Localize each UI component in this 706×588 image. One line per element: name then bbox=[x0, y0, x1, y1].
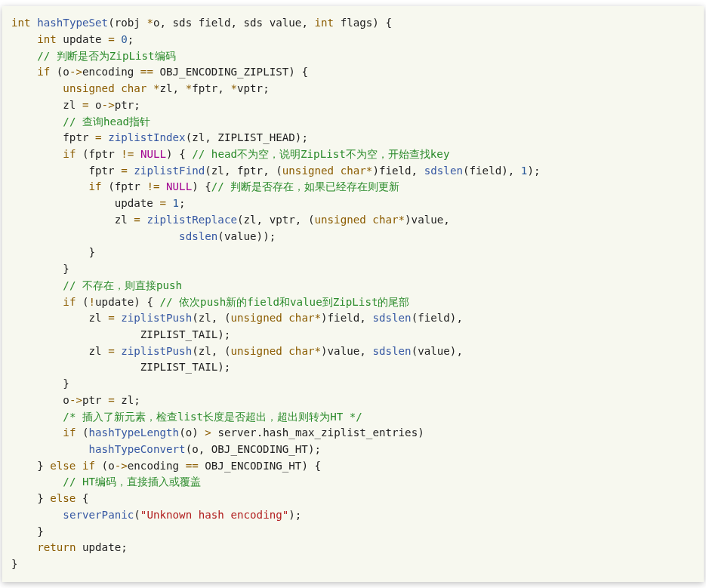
token-fn: ziplistIndex bbox=[108, 131, 186, 143]
token-op: = bbox=[134, 214, 140, 226]
token-fn: serverPanic bbox=[63, 509, 134, 521]
token-op: != bbox=[146, 180, 159, 192]
token-kw: unsigned char bbox=[230, 345, 314, 357]
token-op: = bbox=[108, 345, 115, 357]
token-op: * bbox=[314, 312, 321, 324]
token-op: * bbox=[146, 17, 153, 29]
token-kw: if bbox=[63, 148, 76, 160]
token-kw: else if bbox=[50, 460, 95, 472]
token-str: "Unknown hash encoding" bbox=[140, 509, 288, 521]
token-op: = bbox=[121, 165, 128, 177]
token-op: * bbox=[230, 82, 237, 94]
token-kw: int bbox=[11, 17, 37, 29]
token-kw: unsigned char bbox=[282, 165, 366, 177]
token-kw: if bbox=[89, 180, 102, 192]
token-op: * bbox=[153, 82, 160, 94]
code-content: int hashTypeSet(robj *o, sds field, sds … bbox=[11, 17, 540, 570]
token-fn: ziplistFind bbox=[134, 165, 205, 177]
token-op: = bbox=[108, 33, 115, 45]
token-kw: unsigned char bbox=[314, 214, 398, 226]
token-op: ! bbox=[89, 296, 96, 308]
token-fn: sdslen bbox=[424, 165, 463, 177]
token-op: * bbox=[186, 82, 193, 94]
token-op: > bbox=[205, 426, 211, 439]
token-op: = bbox=[108, 312, 115, 324]
token-op: * bbox=[399, 214, 405, 226]
token-cmt: /* 插入了新元素，检查list长度是否超出，超出则转为HT */ bbox=[63, 411, 362, 423]
token-kw: if bbox=[37, 66, 50, 78]
token-kw: if bbox=[63, 296, 76, 308]
token-fn: sdslen bbox=[179, 230, 217, 242]
token-fn: hashTypeSet bbox=[37, 17, 108, 29]
token-op: = bbox=[159, 197, 166, 209]
token-kw: int bbox=[37, 33, 57, 45]
token-cmt: // 不存在，则直接push bbox=[63, 279, 182, 291]
token-cmt: // 判断是否为ZipList编码 bbox=[37, 50, 175, 62]
token-num: 1 bbox=[521, 165, 528, 177]
token-op: == bbox=[140, 66, 153, 78]
token-cmt: // HT编码，直接插入或覆盖 bbox=[63, 476, 201, 488]
token-kw: if bbox=[63, 426, 76, 439]
code-block: int hashTypeSet(robj *o, sds field, sds … bbox=[2, 6, 704, 581]
token-nul: NULL bbox=[166, 180, 192, 192]
token-mac: OBJ_ENCODING_ZIPLIST bbox=[160, 66, 289, 78]
token-kw: else bbox=[50, 492, 76, 504]
token-kw: unsigned char bbox=[63, 82, 153, 94]
token-op: != bbox=[121, 148, 134, 160]
token-kw: return bbox=[37, 541, 76, 553]
token-op: -> bbox=[69, 394, 82, 406]
token-cmt: // head不为空，说明ZipList不为空，开始查找key bbox=[192, 148, 449, 160]
token-fn: ziplistPush bbox=[121, 345, 192, 357]
token-fn: hashTypeLength bbox=[89, 426, 180, 439]
token-fn: ziplistReplace bbox=[146, 214, 237, 226]
token-op: -> bbox=[115, 460, 128, 472]
token-cmt: // 查询head指针 bbox=[63, 115, 150, 128]
token-kw: unsigned char bbox=[230, 312, 314, 324]
token-op: -> bbox=[69, 66, 82, 78]
token-fn: hashTypeConvert bbox=[89, 443, 186, 455]
token-fn: ziplistPush bbox=[121, 312, 192, 324]
token-mac: OBJ_ENCODING_HT bbox=[205, 460, 301, 472]
token-num: 0 bbox=[121, 33, 128, 45]
token-fn: sdslen bbox=[372, 312, 411, 324]
token-cmt: // 判断是否存在，如果已经存在则更新 bbox=[211, 180, 400, 192]
token-nul: NULL bbox=[140, 148, 166, 160]
token-op: = bbox=[95, 131, 102, 143]
token-op: = bbox=[108, 394, 115, 406]
token-fn: sdslen bbox=[372, 345, 411, 357]
token-num: 1 bbox=[173, 197, 180, 209]
token-op: == bbox=[186, 460, 199, 472]
token-op: = bbox=[82, 99, 89, 111]
token-op: * bbox=[366, 165, 373, 177]
token-kw: int bbox=[314, 17, 334, 29]
token-cmt: // 依次push新的field和value到ZipList的尾部 bbox=[160, 296, 410, 308]
token-op: * bbox=[314, 345, 321, 357]
token-op: -> bbox=[102, 99, 115, 111]
